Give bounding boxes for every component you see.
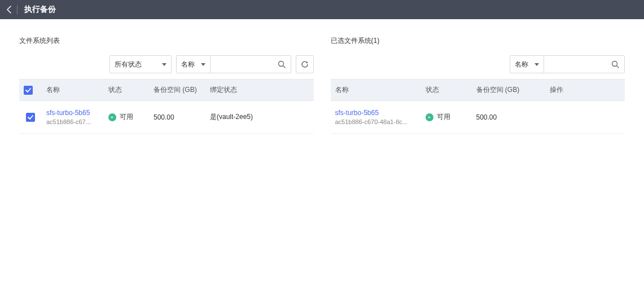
left-panel-title: 文件系统列表 (19, 35, 314, 46)
search-icon (278, 60, 286, 68)
check-icon (25, 88, 31, 92)
row-status-cell: 可用 (421, 101, 472, 134)
file-system-id: ac51b886-c670-48a1-8c... (335, 118, 417, 125)
left-toolbar: 所有状态 名称 (19, 55, 314, 73)
col-space-header: 备份空间 (GB) (472, 80, 545, 101)
svg-line-3 (617, 66, 619, 68)
status-filter-label: 所有状态 (115, 60, 142, 69)
col-name-header: 名称 (331, 80, 421, 101)
back-icon[interactable] (7, 6, 11, 14)
row-name-cell: sfs-turbo-5b65 ac51b886-c670-48a1-8c... (331, 101, 421, 134)
file-system-list-panel: 文件系统列表 所有状态 名称 (19, 35, 314, 134)
svg-line-1 (283, 66, 285, 68)
left-search-type-select[interactable]: 名称 (177, 56, 211, 73)
col-space-header: 备份空间 (GB) (149, 80, 205, 101)
col-op-header: 操作 (545, 80, 625, 101)
chevron-down-icon (535, 63, 539, 66)
col-bind-header: 绑定状态 (205, 80, 314, 101)
right-table-header-row: 名称 状态 备份空间 (GB) 操作 (331, 80, 625, 101)
main-content: 文件系统列表 所有状态 名称 (0, 19, 644, 149)
row-space-cell: 500.00 (472, 101, 545, 134)
select-all-checkbox[interactable] (24, 86, 33, 95)
selected-file-system-panel: 已选文件系统(1) 名称 名称 状态 (331, 35, 625, 134)
left-table: 名称 状态 备份空间 (GB) 绑定状态 sfs-turbo-5b65 ac51 (19, 79, 314, 134)
col-status-header: 状态 (104, 80, 149, 101)
table-row: sfs-turbo-5b65 ac51b886-c67... 可用 500.00… (19, 101, 314, 134)
status-filter-select[interactable]: 所有状态 (109, 55, 172, 73)
row-checkbox-cell (19, 101, 42, 134)
right-panel-title: 已选文件系统(1) (331, 35, 625, 46)
right-search-type-select[interactable]: 名称 (510, 56, 544, 73)
file-system-link[interactable]: sfs-turbo-5b65 (46, 109, 99, 117)
right-table: 名称 状态 备份空间 (GB) 操作 sfs-turbo-5b65 ac51b8… (331, 79, 625, 134)
col-status-header: 状态 (421, 80, 472, 101)
file-system-id: ac51b886-c67... (46, 118, 99, 125)
left-search-combo: 名称 (176, 55, 291, 73)
row-name-cell: sfs-turbo-5b65 ac51b886-c67... (42, 101, 104, 134)
page-title: 执行备份 (24, 5, 56, 15)
row-status-cell: 可用 (104, 101, 149, 134)
row-op-cell (545, 101, 625, 134)
left-search-button[interactable] (273, 56, 291, 73)
chevron-down-icon (162, 63, 167, 66)
status-text: 可用 (437, 112, 450, 122)
right-search-combo: 名称 (510, 55, 625, 73)
header-divider (17, 5, 17, 14)
search-icon (611, 60, 619, 68)
refresh-button[interactable] (296, 55, 314, 73)
status-available-icon (108, 113, 116, 121)
page-header: 执行备份 (0, 0, 644, 19)
right-search-input[interactable] (544, 56, 606, 73)
row-bind-cell: 是(vault-2ee5) (205, 101, 314, 134)
table-row: sfs-turbo-5b65 ac51b886-c670-48a1-8c... … (331, 101, 625, 134)
file-system-link[interactable]: sfs-turbo-5b65 (335, 109, 417, 117)
status-text: 可用 (120, 112, 133, 122)
status-available-icon (426, 113, 433, 121)
right-search-type-label: 名称 (515, 60, 528, 69)
left-table-header-row: 名称 状态 备份空间 (GB) 绑定状态 (19, 80, 314, 101)
left-search-input[interactable] (211, 56, 273, 73)
check-icon (28, 115, 33, 120)
select-all-header (19, 80, 42, 101)
col-name-header: 名称 (42, 80, 104, 101)
row-checkbox[interactable] (26, 113, 35, 122)
row-space-cell: 500.00 (149, 101, 205, 134)
right-search-button[interactable] (606, 56, 624, 73)
left-search-type-label: 名称 (181, 60, 195, 69)
right-toolbar: 名称 (331, 55, 625, 73)
refresh-icon (301, 60, 309, 68)
chevron-down-icon (201, 63, 205, 66)
